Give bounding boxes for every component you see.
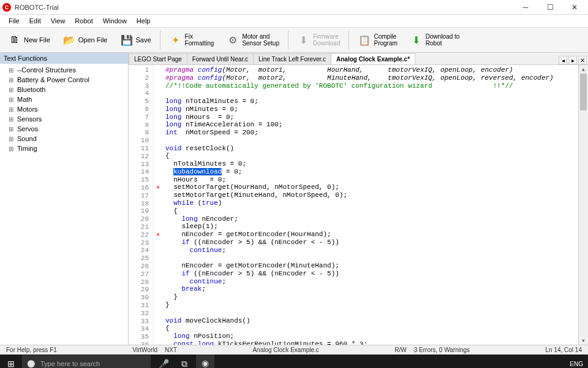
tab-controls: ◂ ▸ ✕ xyxy=(559,56,587,64)
expand-icon: ⊞ xyxy=(9,67,15,74)
new-file-icon: 🗎 xyxy=(8,33,21,47)
menu-bar: File Edit View Robot Window Help xyxy=(0,15,588,27)
status-world: VirtWorld xyxy=(129,347,161,353)
toolbar-separator xyxy=(160,31,160,49)
status-file: Analog Clock Example.c xyxy=(249,347,322,353)
code-content[interactable]: #pragma config(Motor, motor1, HourHand, … xyxy=(163,65,578,345)
main-area: Text Functions ⊞--Control Structures ⊞Ba… xyxy=(0,53,588,345)
menu-view[interactable]: View xyxy=(46,16,70,26)
expand-icon: ⊞ xyxy=(9,106,15,113)
download-button[interactable]: ⬇ Download toRobot xyxy=(404,29,466,51)
fix-label: FixFormatting xyxy=(185,33,214,47)
save-icon: 💾 xyxy=(120,33,134,47)
status-errors: 3 Errors, 0 Warnings xyxy=(410,347,473,353)
cortana-icon[interactable]: 🎤 xyxy=(154,355,173,368)
tree-item-motors[interactable]: ⊞Motors xyxy=(0,104,128,114)
system-tray: ENG xyxy=(570,361,588,367)
firmware-button[interactable]: ⬇ FirmwareDownload xyxy=(292,29,345,51)
scroll-up-icon[interactable]: ▲ xyxy=(579,65,588,74)
sidebar-body: ⊞--Control Structures ⊞Battery & Power C… xyxy=(0,64,128,345)
error-markers: ✕✕ xyxy=(153,65,163,345)
scroll-thumb[interactable] xyxy=(580,74,587,110)
tree-item-sensors[interactable]: ⊞Sensors xyxy=(0,114,128,124)
expand-icon: ⊞ xyxy=(9,126,15,132)
tab-close-button[interactable]: ✕ xyxy=(578,56,587,64)
window-controls: ─ ☐ ✕ xyxy=(518,2,586,13)
expand-icon: ⊞ xyxy=(9,116,15,123)
expand-icon: ⊞ xyxy=(9,96,15,103)
scroll-down-icon[interactable]: ▼ xyxy=(579,336,588,345)
line-gutter: 1234567891011121314151617181920212223242… xyxy=(129,65,153,345)
sidebar-header: Text Functions xyxy=(0,53,128,64)
task-icons: 🎤 ⧉ ◉ xyxy=(154,355,214,368)
tab-next-button[interactable]: ▸ xyxy=(568,56,577,64)
toolbar-separator xyxy=(288,31,288,49)
toolbar: 🗎 New File 📂 Open File 💾 Save ✦ FixForma… xyxy=(0,27,588,53)
firmware-icon: ⬇ xyxy=(297,33,311,47)
tab-prev-button[interactable]: ◂ xyxy=(559,56,567,64)
app-icon: C xyxy=(2,3,11,12)
status-help: For Help, press F1 xyxy=(2,347,61,353)
tree-item-battery[interactable]: ⊞Battery & Power Control xyxy=(0,75,128,85)
download-label: Download toRobot xyxy=(426,33,460,47)
taskview-icon[interactable]: ⧉ xyxy=(175,355,194,368)
open-file-button[interactable]: 📂 Open File xyxy=(57,29,113,51)
search-placeholder: Type here to search xyxy=(40,360,100,367)
compile-label: CompileProgram xyxy=(374,33,397,47)
tree-item-servos[interactable]: ⊞Servos xyxy=(0,124,128,134)
tab-file3[interactable]: Analog Clock Example.c* xyxy=(331,53,415,64)
close-button[interactable]: ✕ xyxy=(567,2,582,13)
fix-formatting-button[interactable]: ✦ FixFormatting xyxy=(164,29,220,51)
menu-window[interactable]: Window xyxy=(98,16,132,26)
code-editor[interactable]: 1234567891011121314151617181920212223242… xyxy=(129,65,588,345)
tree-item-math[interactable]: ⊞Math xyxy=(0,94,128,104)
tree-item-control[interactable]: ⊞--Control Structures xyxy=(0,65,128,75)
tab-startpage[interactable]: LEGO Start Page xyxy=(129,53,187,64)
status-position: Ln 14, Col 14 xyxy=(542,347,586,353)
window-title: ROBOTC-Trial xyxy=(15,4,518,11)
firmware-label: FirmwareDownload xyxy=(313,33,340,47)
maximize-button[interactable]: ☐ xyxy=(543,2,557,13)
save-label: Save xyxy=(136,36,151,44)
tab-file1[interactable]: Forward Until Near.c xyxy=(187,53,254,64)
minimize-button[interactable]: ─ xyxy=(518,2,533,13)
download-icon: ⬇ xyxy=(410,33,423,47)
menu-robot[interactable]: Robot xyxy=(70,16,97,26)
save-button[interactable]: 💾 Save xyxy=(115,29,157,51)
motor-setup-button[interactable]: ⚙ Motor andSensor Setup xyxy=(221,29,285,51)
tab-file2[interactable]: Line Track Left Forever.c xyxy=(253,53,331,64)
taskbar-app-icon[interactable]: ◉ xyxy=(196,355,214,368)
menu-help[interactable]: Help xyxy=(132,16,156,26)
tree-item-timing[interactable]: ⊞Timing xyxy=(0,144,128,153)
status-rw: R/W xyxy=(391,347,410,353)
fix-icon: ✦ xyxy=(169,33,183,47)
tree-item-bluetooth[interactable]: ⊞Bluetooth xyxy=(0,85,128,94)
compile-icon: 📋 xyxy=(358,33,371,47)
motor-label: Motor andSensor Setup xyxy=(242,33,279,47)
search-icon: ⚪ xyxy=(27,360,36,368)
new-file-label: New File xyxy=(24,36,50,44)
editor-area: LEGO Start Page Forward Until Near.c Lin… xyxy=(129,53,588,345)
start-button[interactable]: ⊞ xyxy=(0,355,22,368)
menu-file[interactable]: File xyxy=(4,16,24,26)
toolbar-separator xyxy=(349,31,349,49)
motor-icon: ⚙ xyxy=(226,33,239,47)
title-bar: C ROBOTC-Trial ─ ☐ ✕ xyxy=(0,0,588,15)
open-file-label: Open File xyxy=(78,36,108,44)
taskbar-search[interactable]: ⚪ Type here to search xyxy=(22,355,151,368)
expand-icon: ⊞ xyxy=(9,86,15,93)
tab-bar: LEGO Start Page Forward Until Near.c Lin… xyxy=(129,53,588,65)
menu-edit[interactable]: Edit xyxy=(24,16,46,26)
compile-button[interactable]: 📋 CompileProgram xyxy=(352,29,402,51)
expand-icon: ⊞ xyxy=(9,77,15,83)
vertical-scrollbar[interactable]: ▲ ▼ xyxy=(578,65,588,345)
tree-item-sound[interactable]: ⊞Sound xyxy=(0,134,128,144)
open-file-icon: 📂 xyxy=(62,33,76,47)
status-bar: For Help, press F1 VirtWorld NXT Analog … xyxy=(0,345,588,355)
windows-taskbar: ⊞ ⚪ Type here to search 🎤 ⧉ ◉ ENG xyxy=(0,355,588,368)
expand-icon: ⊞ xyxy=(9,136,15,142)
expand-icon: ⊞ xyxy=(9,145,15,152)
tray-lang[interactable]: ENG xyxy=(570,361,583,367)
new-file-button[interactable]: 🗎 New File xyxy=(2,29,56,51)
status-platform: NXT xyxy=(161,347,181,353)
